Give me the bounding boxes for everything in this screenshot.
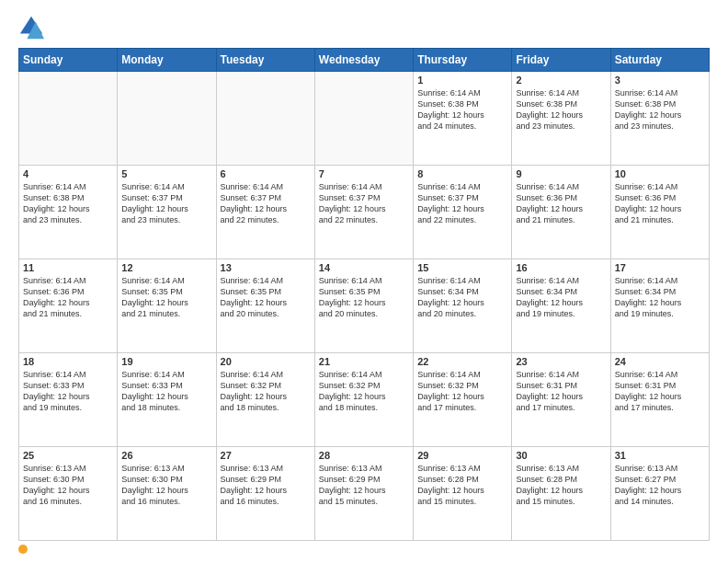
day-number: 9 [516, 168, 606, 179]
day-info: Sunrise: 6:14 AM Sunset: 6:32 PM Dayligh… [319, 369, 409, 414]
calendar-cell: 11Sunrise: 6:14 AM Sunset: 6:36 PM Dayli… [19, 259, 118, 353]
calendar-cell: 12Sunrise: 6:14 AM Sunset: 6:35 PM Dayli… [118, 259, 216, 353]
calendar-header-row: SundayMondayTuesdayWednesdayThursdayFrid… [19, 49, 710, 72]
day-info: Sunrise: 6:14 AM Sunset: 6:35 PM Dayligh… [121, 275, 211, 320]
calendar-day-header: Thursday [414, 49, 512, 72]
day-number: 8 [417, 168, 507, 179]
calendar-day-header: Monday [118, 49, 216, 72]
day-info: Sunrise: 6:14 AM Sunset: 6:34 PM Dayligh… [516, 275, 606, 320]
calendar-cell: 2Sunrise: 6:14 AM Sunset: 6:38 PM Daylig… [512, 72, 610, 166]
day-number: 21 [319, 356, 409, 367]
day-info: Sunrise: 6:14 AM Sunset: 6:32 PM Dayligh… [417, 369, 507, 414]
calendar-cell: 18Sunrise: 6:14 AM Sunset: 6:33 PM Dayli… [19, 353, 118, 447]
day-number: 2 [516, 75, 606, 86]
day-number: 16 [516, 262, 606, 273]
day-info: Sunrise: 6:13 AM Sunset: 6:30 PM Dayligh… [121, 463, 211, 508]
calendar-week-row: 25Sunrise: 6:13 AM Sunset: 6:30 PM Dayli… [19, 447, 710, 541]
calendar-week-row: 1Sunrise: 6:14 AM Sunset: 6:38 PM Daylig… [19, 72, 710, 166]
calendar-cell [118, 72, 216, 166]
day-number: 14 [319, 262, 409, 273]
day-info: Sunrise: 6:14 AM Sunset: 6:38 PM Dayligh… [615, 87, 705, 132]
calendar-cell: 31Sunrise: 6:13 AM Sunset: 6:27 PM Dayli… [610, 447, 709, 541]
calendar-cell: 21Sunrise: 6:14 AM Sunset: 6:32 PM Dayli… [314, 353, 413, 447]
day-info: Sunrise: 6:14 AM Sunset: 6:32 PM Dayligh… [221, 369, 311, 414]
day-info: Sunrise: 6:14 AM Sunset: 6:36 PM Dayligh… [23, 275, 113, 320]
calendar-cell: 15Sunrise: 6:14 AM Sunset: 6:34 PM Dayli… [414, 259, 512, 353]
calendar-cell: 16Sunrise: 6:14 AM Sunset: 6:34 PM Dayli… [512, 259, 610, 353]
day-number: 4 [23, 168, 113, 179]
day-number: 6 [221, 168, 311, 179]
calendar-cell: 28Sunrise: 6:13 AM Sunset: 6:29 PM Dayli… [314, 447, 413, 541]
calendar-table: SundayMondayTuesdayWednesdayThursdayFrid… [18, 48, 710, 541]
calendar-week-row: 4Sunrise: 6:14 AM Sunset: 6:38 PM Daylig… [19, 166, 710, 259]
day-info: Sunrise: 6:13 AM Sunset: 6:27 PM Dayligh… [615, 463, 705, 508]
day-number: 18 [23, 356, 113, 367]
day-number: 3 [615, 75, 705, 86]
day-number: 13 [221, 262, 311, 273]
day-number: 7 [319, 168, 409, 179]
day-info: Sunrise: 6:14 AM Sunset: 6:34 PM Dayligh… [615, 275, 705, 320]
calendar-day-header: Tuesday [216, 49, 314, 72]
day-number: 29 [417, 450, 507, 461]
calendar-day-header: Saturday [610, 49, 709, 72]
calendar-cell: 7Sunrise: 6:14 AM Sunset: 6:37 PM Daylig… [314, 166, 413, 259]
day-info: Sunrise: 6:14 AM Sunset: 6:36 PM Dayligh… [516, 181, 606, 226]
calendar-cell: 23Sunrise: 6:14 AM Sunset: 6:31 PM Dayli… [512, 353, 610, 447]
calendar-cell: 26Sunrise: 6:13 AM Sunset: 6:30 PM Dayli… [118, 447, 216, 541]
calendar-cell [216, 72, 314, 166]
calendar-cell: 29Sunrise: 6:13 AM Sunset: 6:28 PM Dayli… [414, 447, 512, 541]
calendar-cell: 30Sunrise: 6:13 AM Sunset: 6:28 PM Dayli… [512, 447, 610, 541]
day-number: 30 [516, 450, 606, 461]
logo [18, 15, 48, 40]
calendar-cell [19, 72, 118, 166]
daylight-legend [18, 545, 31, 554]
day-info: Sunrise: 6:14 AM Sunset: 6:38 PM Dayligh… [417, 87, 507, 132]
calendar-cell: 13Sunrise: 6:14 AM Sunset: 6:35 PM Dayli… [216, 259, 314, 353]
calendar-cell: 22Sunrise: 6:14 AM Sunset: 6:32 PM Dayli… [414, 353, 512, 447]
header [18, 15, 710, 40]
day-info: Sunrise: 6:14 AM Sunset: 6:31 PM Dayligh… [516, 369, 606, 414]
calendar-week-row: 18Sunrise: 6:14 AM Sunset: 6:33 PM Dayli… [19, 353, 710, 447]
day-number: 19 [121, 356, 211, 367]
day-info: Sunrise: 6:14 AM Sunset: 6:33 PM Dayligh… [121, 369, 211, 414]
calendar-cell: 8Sunrise: 6:14 AM Sunset: 6:37 PM Daylig… [414, 166, 512, 259]
day-number: 17 [615, 262, 705, 273]
calendar-cell: 25Sunrise: 6:13 AM Sunset: 6:30 PM Dayli… [19, 447, 118, 541]
day-info: Sunrise: 6:14 AM Sunset: 6:33 PM Dayligh… [23, 369, 113, 414]
calendar-cell: 17Sunrise: 6:14 AM Sunset: 6:34 PM Dayli… [610, 259, 709, 353]
calendar-cell: 5Sunrise: 6:14 AM Sunset: 6:37 PM Daylig… [118, 166, 216, 259]
day-number: 26 [121, 450, 211, 461]
day-number: 15 [417, 262, 507, 273]
day-number: 23 [516, 356, 606, 367]
day-info: Sunrise: 6:14 AM Sunset: 6:34 PM Dayligh… [417, 275, 507, 320]
day-number: 22 [417, 356, 507, 367]
calendar-cell: 1Sunrise: 6:14 AM Sunset: 6:38 PM Daylig… [414, 72, 512, 166]
day-number: 10 [615, 168, 705, 179]
calendar-cell: 3Sunrise: 6:14 AM Sunset: 6:38 PM Daylig… [610, 72, 709, 166]
calendar-cell: 9Sunrise: 6:14 AM Sunset: 6:36 PM Daylig… [512, 166, 610, 259]
day-info: Sunrise: 6:13 AM Sunset: 6:29 PM Dayligh… [319, 463, 409, 508]
calendar-day-header: Friday [512, 49, 610, 72]
day-info: Sunrise: 6:14 AM Sunset: 6:37 PM Dayligh… [417, 181, 507, 226]
page: SundayMondayTuesdayWednesdayThursdayFrid… [0, 0, 728, 563]
calendar-cell: 14Sunrise: 6:14 AM Sunset: 6:35 PM Dayli… [314, 259, 413, 353]
calendar-cell: 4Sunrise: 6:14 AM Sunset: 6:38 PM Daylig… [19, 166, 118, 259]
day-number: 25 [23, 450, 113, 461]
calendar-cell: 19Sunrise: 6:14 AM Sunset: 6:33 PM Dayli… [118, 353, 216, 447]
day-info: Sunrise: 6:14 AM Sunset: 6:38 PM Dayligh… [23, 181, 113, 226]
day-info: Sunrise: 6:14 AM Sunset: 6:31 PM Dayligh… [615, 369, 705, 414]
day-info: Sunrise: 6:14 AM Sunset: 6:35 PM Dayligh… [221, 275, 311, 320]
day-info: Sunrise: 6:13 AM Sunset: 6:30 PM Dayligh… [23, 463, 113, 508]
day-info: Sunrise: 6:13 AM Sunset: 6:28 PM Dayligh… [417, 463, 507, 508]
calendar-cell: 24Sunrise: 6:14 AM Sunset: 6:31 PM Dayli… [610, 353, 709, 447]
calendar-cell: 6Sunrise: 6:14 AM Sunset: 6:37 PM Daylig… [216, 166, 314, 259]
calendar-footer [18, 545, 710, 554]
day-info: Sunrise: 6:14 AM Sunset: 6:37 PM Dayligh… [221, 181, 311, 226]
logo-icon [18, 15, 44, 40]
daylight-icon [18, 545, 28, 554]
day-info: Sunrise: 6:14 AM Sunset: 6:36 PM Dayligh… [615, 181, 705, 226]
calendar-cell: 10Sunrise: 6:14 AM Sunset: 6:36 PM Dayli… [610, 166, 709, 259]
calendar-day-header: Wednesday [314, 49, 413, 72]
calendar-cell: 27Sunrise: 6:13 AM Sunset: 6:29 PM Dayli… [216, 447, 314, 541]
calendar-cell: 20Sunrise: 6:14 AM Sunset: 6:32 PM Dayli… [216, 353, 314, 447]
